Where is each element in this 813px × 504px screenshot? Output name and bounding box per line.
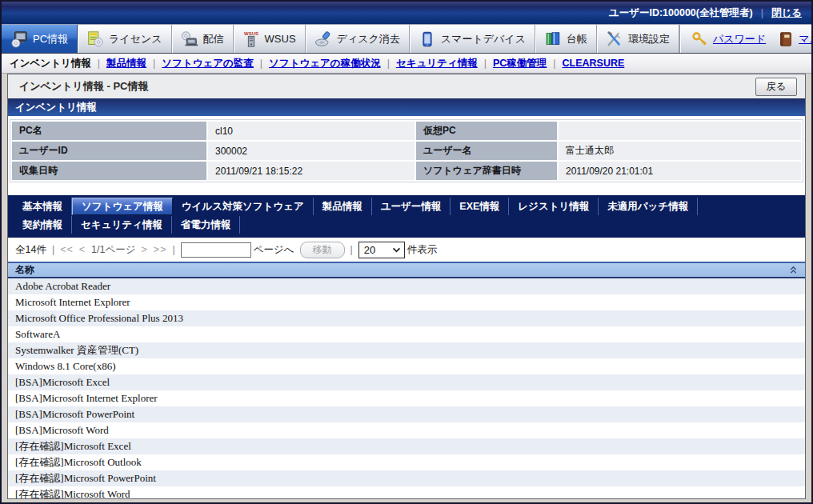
detail-tab-row1-8[interactable]: 未適用パッチ情報 (599, 198, 698, 215)
column-header-name[interactable]: 名称 (8, 262, 805, 278)
disk-erase-icon (314, 30, 332, 48)
detail-tab-row1-5[interactable]: ユーザー情報 (372, 198, 451, 215)
page-title: インベントリ情報 - PC情報 (19, 79, 148, 94)
software-list: Adobe Acrobat Reader Microsoft Internet … (8, 278, 805, 499)
first-page-button[interactable]: << (60, 244, 74, 255)
detail-tab-row1-7[interactable]: レジストリ情報 (509, 198, 599, 215)
detail-tab-row1-2[interactable]: ソフトウェア情報 (72, 198, 173, 215)
separator: | (52, 244, 54, 255)
subnav-link-3[interactable]: ソフトウェアの稼働状況 (269, 57, 381, 70)
nav-tab-smart-device[interactable]: スマートデバイス (410, 25, 535, 53)
license-icon (86, 30, 104, 48)
detail-tab-row2-3[interactable]: 省電力情報 (172, 216, 241, 234)
pc-info-label: ユーザーID (12, 142, 206, 160)
detail-tab-row1-3[interactable]: ウイルス対策ソフトウェア (173, 198, 314, 215)
software-name: Microsoft Internet Explorer (15, 296, 130, 308)
software-name: Microsoft Office Professional Plus 2013 (15, 312, 183, 324)
pc-info-label: ユーザー名 (416, 142, 557, 160)
table-row: [BSA]Microsoft Word (8, 422, 805, 438)
app-window: ユーザーID:100000(全社管理者) | 閉じる PC情報 ライセンス 配信… (0, 0, 813, 504)
pc-info-value: 富士通太郎 (559, 142, 801, 160)
nav-link-label: マニュアル (799, 32, 813, 46)
pc-info-row: PC名 cl10 仮想PC (12, 122, 801, 140)
section-header: インベントリ情報 (8, 98, 805, 116)
settings-icon (606, 30, 623, 48)
detail-tab-row1-4[interactable]: 製品情報 (314, 198, 372, 215)
subnav-link-6[interactable]: CLEARSURE (563, 58, 625, 69)
pc-info-section: PC名 cl10 仮想PC ユーザーID 300002 ユーザー名 富士通太郎 … (8, 116, 805, 189)
subnav-link-5[interactable]: PC稼働管理 (493, 57, 547, 70)
software-name: SoftwareA (15, 328, 60, 340)
prev-page-button[interactable]: < (79, 244, 86, 255)
software-name: [BSA]Microsoft Word (15, 424, 109, 436)
detail-tab-row2-1[interactable]: 契約情報 (14, 216, 72, 234)
nav-tab-label: ディスク消去 (337, 32, 400, 46)
separator: | (761, 7, 763, 18)
table-row: Microsoft Office Professional Plus 2013 (8, 310, 805, 326)
pc-info-value: cl10 (208, 122, 415, 140)
smart-device-icon (419, 30, 436, 48)
close-link[interactable]: 閉じる (771, 6, 802, 20)
key-icon (691, 30, 709, 48)
nav-tab-label: 配信 (203, 32, 224, 46)
pc-info-label: 仮想PC (416, 122, 557, 140)
table-row: [存在確認]Microsoft Excel (8, 438, 805, 454)
detail-tab-row1-6[interactable]: EXE情報 (451, 198, 509, 215)
nav-tab-wsus[interactable]: WSUS (234, 25, 306, 53)
software-name: [存在確認]Microsoft PowerPoint (15, 472, 156, 484)
last-page-button[interactable]: >> (154, 244, 167, 255)
nav-tab-label: 台帳 (567, 32, 587, 46)
spacer (8, 189, 805, 195)
goto-page-label: ページへ (254, 243, 294, 257)
nav-tab-ledger[interactable]: 台帳 (535, 25, 597, 53)
detail-tab-row1-1[interactable]: 基本情報 (14, 198, 72, 215)
subnav-link-2[interactable]: ソフトウェアの監査 (162, 57, 254, 70)
move-button[interactable]: 移動 (300, 242, 345, 258)
delivery-icon (181, 30, 198, 48)
main-nav-tabs: PC情報 ライセンス 配信 WSUS ディスク消去 スマートデバイス 台帳 環境… (2, 25, 679, 53)
detail-tabs-row2: 契約情報セキュリティ情報省電力情報 (14, 216, 799, 234)
next-page-button[interactable]: > (142, 244, 148, 255)
nav-tab-pc[interactable]: PC情報 (2, 25, 78, 53)
sort-asc-icon (789, 266, 798, 274)
nav-link-manual[interactable]: マニュアル (777, 30, 813, 48)
total-count: 全14件 (15, 243, 46, 257)
page-size-select[interactable]: 20 (358, 242, 405, 258)
separator: | (98, 58, 100, 69)
content-panel: インベントリ情報 - PC情報 戻る インベントリ情報 PC名 cl10 仮想P… (7, 74, 806, 499)
sub-nav: インベントリ情報 |製品情報|ソフトウェアの監査|ソフトウェアの稼働状況|セキュ… (2, 54, 811, 74)
wsus-icon (242, 30, 260, 48)
nav-tab-label: ライセンス (109, 32, 162, 46)
subnav-current: インベントリ情報 (10, 57, 91, 70)
column-header-label: 名称 (15, 263, 34, 277)
goto-page-input[interactable] (181, 242, 251, 258)
separator: | (172, 244, 174, 255)
subnav-link-1[interactable]: 製品情報 (106, 57, 146, 70)
separator: | (553, 58, 555, 69)
software-name: [存在確認]Microsoft Word (15, 488, 130, 499)
software-name: Adobe Acrobat Reader (15, 280, 110, 292)
separator: | (387, 58, 390, 69)
nav-tab-delivery[interactable]: 配信 (172, 25, 234, 53)
nav-tab-label: スマートデバイス (441, 32, 526, 46)
nav-tab-license[interactable]: ライセンス (78, 25, 172, 53)
subnav-link-4[interactable]: セキュリティ情報 (396, 57, 478, 70)
pc-info-label: PC名 (12, 122, 206, 140)
per-page-label: 件表示 (407, 243, 438, 257)
pc-info-row: 収集日時 2011/09/21 18:15:22 ソフトウェア辞書日時 2011… (12, 162, 801, 180)
detail-tab-row2-2[interactable]: セキュリティ情報 (72, 216, 172, 234)
main-nav-bar: PC情報 ライセンス 配信 WSUS ディスク消去 スマートデバイス 台帳 環境… (2, 24, 811, 54)
table-row: [存在確認]Microsoft Outlook (8, 454, 805, 470)
pc-info-value: 2011/09/20 21:01:01 (559, 162, 801, 180)
detail-tabs-row1: 基本情報ソフトウェア情報ウイルス対策ソフトウェア製品情報ユーザー情報EXE情報レ… (14, 198, 799, 215)
main-nav-links: パスワード マニュアル (679, 25, 813, 53)
nav-tab-disk-erase[interactable]: ディスク消去 (306, 25, 410, 53)
main-area: インベントリ情報 - PC情報 戻る インベントリ情報 PC名 cl10 仮想P… (2, 74, 811, 502)
nav-tab-settings[interactable]: 環境設定 (597, 25, 679, 53)
pc-info-table: PC名 cl10 仮想PC ユーザーID 300002 ユーザー名 富士通太郎 … (10, 120, 803, 182)
nav-tab-label: PC情報 (33, 32, 68, 46)
nav-link-key[interactable]: パスワード (691, 30, 766, 48)
user-id-label: ユーザーID:100000(全社管理者) (609, 6, 753, 20)
back-button[interactable]: 戻る (755, 78, 797, 96)
ledger-icon (544, 30, 562, 48)
